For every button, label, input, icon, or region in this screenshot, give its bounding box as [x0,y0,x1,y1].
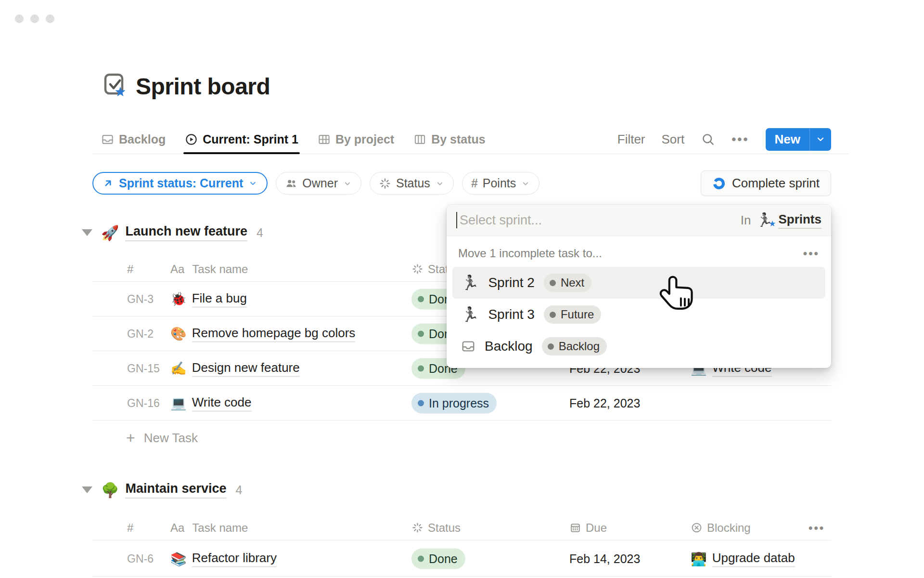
blocking-cell[interactable]: 👨‍💻 Upgrade datab [691,551,795,567]
tab-by-status[interactable]: By status [413,124,486,154]
status-dot-icon [550,280,556,286]
status-badge: Done [411,549,465,569]
hash-icon: # [471,176,478,190]
complete-sprint-label: Complete sprint [732,176,820,191]
task-id: GN-15 [127,362,160,375]
window-controls [15,14,54,23]
task-name-link[interactable]: Write code [192,394,252,411]
status-dot-icon [418,330,424,337]
task-id: GN-6 [127,552,154,565]
task-name-link[interactable]: File a bug [192,290,247,307]
tab-current-sprint[interactable]: Current: Sprint 1 [185,124,298,154]
task-id: GN-16 [127,396,160,409]
column-header-blocking[interactable]: Blocking [691,521,751,535]
badge-label: Future [561,308,594,321]
sprint-search-input[interactable]: Select sprint... [460,213,741,228]
search-icon[interactable] [701,132,715,146]
status-badge: In progress [411,393,497,413]
arrow-up-right-icon [102,177,114,189]
new-task-label: New Task [144,431,198,446]
group-name-link[interactable]: Launch new feature [125,224,247,241]
group-header-maintain-service: 🌳 Maintain service 4 [82,478,242,502]
window-zoom-button[interactable] [46,14,54,23]
more-options-icon[interactable]: ••• [732,132,749,147]
column-header-status[interactable]: Status [411,521,461,535]
chip-label: Owner [302,176,338,190]
text-type-icon: Aa [170,263,184,276]
tab-label: Current: Sprint 1 [203,132,298,146]
chip-label: Points [483,176,516,190]
tab-backlog[interactable]: Backlog [101,124,166,154]
sprint-status-badge: Future [544,305,601,324]
status-spinner-icon [411,263,424,275]
task-name-cell[interactable]: 📚 Refactor library [170,551,277,567]
sprint-status-badge: Next [544,274,591,292]
runner-icon: 🏃 [461,307,479,322]
task-id: GN-2 [127,327,154,340]
option-sprint-3[interactable]: 🏃 Sprint 3 Future [452,299,825,330]
status-label: In progress [429,396,489,410]
status-cell[interactable]: In progress [411,393,497,413]
table-row[interactable]: GN-6 📚 Refactor library Done Feb 14, 202… [92,541,831,577]
option-backlog[interactable]: Backlog Backlog [452,330,825,362]
popover-more-icon[interactable]: ••• [803,247,820,260]
task-id: GN-3 [127,292,154,305]
window-minimize-button[interactable] [30,14,39,23]
bug-emoji: 🐞 [170,291,187,307]
task-name-cell[interactable]: 🎨 Remove homepage bg colors [170,325,355,342]
due-date[interactable]: Feb 22, 2023 [569,396,640,410]
chip-status[interactable]: Status [370,172,454,195]
collapse-toggle-icon[interactable] [82,229,92,236]
sort-button[interactable]: Sort [662,132,685,147]
new-button[interactable]: New [766,128,809,151]
task-name-link[interactable]: Design new feature [192,360,300,377]
new-dropdown-button[interactable] [809,128,831,151]
table-header-row: # Aa Task name Status Due Blocking ••• [92,515,831,540]
status-cell[interactable]: Done [411,549,465,569]
column-header-id[interactable]: # [127,263,133,276]
tab-by-project[interactable]: By project [318,124,394,154]
sprint-status-badge: Backlog [542,337,607,355]
column-label: Due [586,521,607,535]
new-task-button[interactable]: + New Task [92,420,831,455]
task-name-link[interactable]: Remove homepage bg colors [192,325,356,342]
star-icon: ★ [769,219,776,229]
column-header-task-name[interactable]: Aa Task name [170,521,248,535]
collapse-toggle-icon[interactable] [82,486,92,493]
status-dot-icon [418,556,424,562]
sprints-database-link[interactable]: Sprints [778,212,821,229]
due-date[interactable]: Feb 14, 2023 [569,552,640,566]
status-dot-icon [418,400,424,406]
filter-button[interactable]: Filter [617,132,645,147]
text-type-icon: Aa [170,521,184,535]
chip-sprint-status[interactable]: Sprint status: Current [92,172,268,195]
status-dot-icon [418,296,424,302]
page-title: Sprint board [136,73,270,100]
blocked-icon [691,522,703,534]
task-name-link[interactable]: Refactor library [192,551,277,567]
palette-emoji: 🎨 [170,326,187,342]
column-header-task-name[interactable]: Aa Task name [170,263,248,276]
group-name-link[interactable]: Maintain service [125,481,226,499]
sprint-search-row: Select sprint... In 🏃 ★ Sprints [447,205,831,236]
chip-points[interactable]: # Points [462,172,539,195]
option-label: Sprint 2 [488,275,535,290]
blocking-link[interactable]: Upgrade datab [712,551,795,567]
tab-label: Backlog [119,132,166,146]
window-close-button[interactable] [15,14,24,23]
table-row[interactable]: GN-16 💻 Write code In progress Feb 22, 2… [92,386,831,420]
board-columns-icon [413,133,426,146]
complete-sprint-button[interactable]: Complete sprint [701,171,831,196]
task-name-cell[interactable]: 💻 Write code [170,394,252,411]
option-sprint-2[interactable]: 🏃 Sprint 2 Next [452,267,825,299]
column-header-id[interactable]: # [127,521,133,535]
chevron-down-icon [521,179,530,188]
chip-owner[interactable]: Owner [276,172,361,195]
column-more-icon[interactable]: ••• [808,521,825,535]
task-name-cell[interactable]: 🐞 File a bug [170,290,247,307]
in-label: In [741,213,751,228]
task-name-cell[interactable]: ✍️ Design new feature [170,360,300,377]
column-header-due[interactable]: Due [569,521,607,535]
progress-donut-icon [712,177,726,190]
toolbar-actions: Filter Sort ••• New [617,128,849,151]
